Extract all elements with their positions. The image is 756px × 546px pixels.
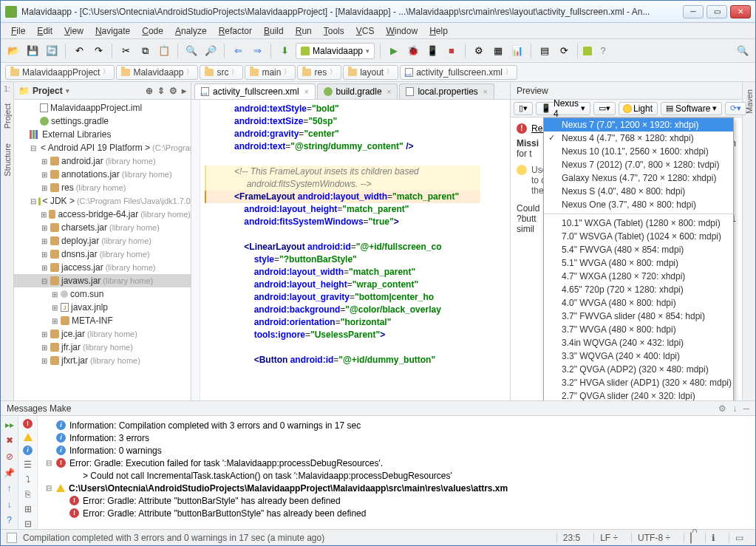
device-option[interactable]: 10.1" WXGA (Tablet) (1280 × 800: mdpi) [544,216,733,230]
back-icon[interactable]: ⇐ [230,43,246,59]
autoscroll-icon[interactable]: ⤵ [22,474,34,485]
sdk-icon[interactable]: ▦ [490,43,506,59]
export-icon[interactable]: ⎘ [22,489,34,499]
tree-row[interactable]: settings.gradle [14,115,191,128]
tree-row[interactable]: ⊞META-INF [14,314,191,327]
device-option[interactable]: Nexus S (4.0", 480 × 800: hdpi) [544,185,733,198]
message-row[interactable]: ⊟C:\Users\Ontecnia\AndroidStudioProjects… [42,482,751,494]
close-button[interactable]: ✕ [730,5,751,18]
up-icon[interactable]: ↑ [4,482,16,494]
crumb-6[interactable]: activity_fullscreen.xml〉 [400,65,517,80]
message-row[interactable]: iInformation: Compilation completed with… [42,419,751,431]
redo-icon[interactable]: ↷ [90,43,106,59]
avd-icon[interactable]: ⚙ [471,43,487,59]
make-icon[interactable]: ⬇ [276,43,293,59]
run-icon[interactable]: ▶ [386,43,402,59]
tree-row[interactable]: ⊞charsets.jar (library home) [14,221,191,234]
tree-row[interactable]: ⊞jce.jar (library home) [14,327,191,341]
new-config-button[interactable]: ▯▾ [514,102,533,115]
gear-icon[interactable]: ⚙ [718,403,726,414]
find-icon[interactable]: 🔍 [183,43,200,59]
help-icon[interactable]: ? [595,43,611,59]
crumb-2[interactable]: src〉 [200,65,243,80]
monitor-icon[interactable]: 📊 [509,43,525,59]
gear-icon[interactable]: ⚙ [169,86,177,96]
editor-body[interactable]: android:textStyle="bold" android:textSiz… [191,100,510,400]
tree-row[interactable]: ⊞access-bridge-64.jar (library home) [14,208,191,221]
editor-tab[interactable]: local.properties× [399,83,494,99]
menu-code[interactable]: Code [136,24,169,38]
undo-icon[interactable]: ↶ [71,43,87,59]
device-option[interactable]: Nexus 4 (4.7", 768 × 1280: xhdpi) [544,132,733,145]
caret-position[interactable]: 23:5 [556,533,586,543]
sync2-icon[interactable]: ⟳ [556,43,572,59]
device-option[interactable]: 4.7" WXGA (1280 × 720: xhdpi) [544,270,733,283]
device-option[interactable]: 3.2" HVGA slider (ADP1) (320 × 480: mdpi… [544,376,733,389]
line-ending[interactable]: LF ÷ [593,533,624,543]
sync-icon[interactable]: 🔄 [44,43,60,59]
tree-row[interactable]: ⊞annotations.jar (library home) [14,168,191,181]
menu-analyze[interactable]: Analyze [169,24,213,38]
menu-run[interactable]: Run [290,24,318,38]
tree-row[interactable]: ⊞dnsns.jar (library home) [14,248,191,261]
tree-row[interactable]: ⊞Jjavax.jnlp [14,301,191,314]
cut-icon[interactable]: ✂ [118,43,134,59]
close-tab-icon[interactable]: × [483,88,488,96]
message-row[interactable]: > Could not call IncrementalTask.taskAct… [42,469,751,482]
device-option[interactable]: 3.3" WQVGA (240 × 400: ldpi) [544,349,733,363]
tree-row[interactable]: ⊞res (library home) [14,181,191,194]
attach-icon[interactable]: 📱 [424,43,440,59]
hide-icon[interactable]: ─ [743,403,749,414]
debug-icon[interactable]: 🐞 [405,43,421,59]
close-tab-icon[interactable]: × [304,88,309,96]
message-row[interactable]: !Error: Gradle: Attribute "buttonBarButt… [42,507,751,519]
tree-row[interactable]: ⊟javaws.jar (library home) [14,274,191,287]
device-option[interactable]: 3.4in WQVGA (240 × 432: ldpi) [544,336,733,349]
crumb-1[interactable]: Malavidaapp〉 [116,65,198,80]
tree-row[interactable]: ⊟< JDK > (C:\Program Files\Java\jdk1.7.0 [14,194,191,208]
run-config-selector[interactable]: Malavidaapp ▾ [296,43,375,59]
filter-info-icon[interactable]: i [23,446,33,455]
device-option[interactable]: 3.7" WVGA (480 × 800: hdpi) [544,323,733,336]
device-option[interactable]: 4.65" 720p (720 × 1280: xhdpi) [544,283,733,296]
crumb-3[interactable]: main〉 [245,65,296,80]
device-option[interactable]: Nexus 10 (10.1", 2560 × 1600: xhdpi) [544,145,733,158]
editor-tab[interactable]: build.gradle× [317,83,398,99]
device-option[interactable]: 3.7" FWVGA slider (480 × 854: hdpi) [544,310,733,323]
stop-icon[interactable]: ■ [443,43,460,59]
crumb-0[interactable]: MalavidaappProject〉 [5,65,115,80]
project-tool-tab[interactable]: Project [1,99,13,133]
crumb-5[interactable]: layout〉 [343,65,398,80]
readonly-icon[interactable] [684,533,698,543]
device-option[interactable]: 3.2" QVGA (ADP2) (320 × 480: mdpi) [544,363,733,376]
orientation-button[interactable]: ▭▾ [593,102,616,115]
replace-icon[interactable]: 🔎 [202,43,219,59]
device-selector[interactable]: 📱Nexus 4▾ [536,102,590,115]
pin-icon[interactable]: 📌 [4,467,16,479]
rerun-icon[interactable]: ▸▸ [4,419,16,431]
menu-tools[interactable]: Tools [318,24,350,38]
device-option[interactable]: 5.4" FWVGA (480 × 854: mdpi) [544,243,733,256]
messages-tree[interactable]: iInformation: Compilation completed with… [38,416,755,529]
device-option[interactable]: Nexus 7 (7.0", 1200 × 1920: xhdpi) [544,118,733,132]
tree-row[interactable]: ⊞deploy.jar (library home) [14,234,191,248]
structure-tool-tab[interactable]: Structure [1,139,13,181]
tree-row[interactable]: ⊞jfxrt.jar (library home) [14,354,191,367]
message-row[interactable]: !Error: Gradle: Attribute "buttonBarStyl… [42,494,751,507]
code-view[interactable]: android:textStyle="bold" android:textSiz… [205,100,510,400]
maven-tool-tab[interactable]: Maven [743,85,755,118]
tree-row[interactable]: ⊞android.jar (library home) [14,154,191,168]
menu-window[interactable]: Window [380,24,423,38]
close-icon[interactable]: ⊘ [4,451,16,463]
tree-row[interactable]: ⊞jaccess.jar (library home) [14,261,191,274]
device-option[interactable]: Nexus 7 (2012) (7.0", 800 × 1280: tvdpi) [544,158,733,171]
minimize-icon[interactable]: ↓ [732,403,737,414]
message-row[interactable]: iInformation: 0 warnings [42,444,751,457]
insert-icon[interactable]: ℹ [705,533,721,543]
maximize-button[interactable]: ▭ [706,5,727,18]
message-row[interactable]: ⊟!Error: Gradle: Execution failed for ta… [42,457,751,469]
scroll-from-icon[interactable]: ⊕ [146,86,153,96]
forward-icon[interactable]: ⇒ [249,43,265,59]
menu-file[interactable]: File [5,24,31,38]
filter-error-icon[interactable]: ! [23,419,33,429]
